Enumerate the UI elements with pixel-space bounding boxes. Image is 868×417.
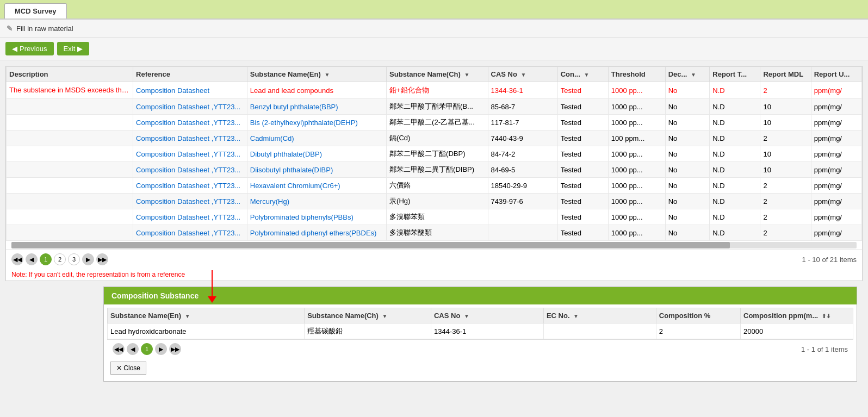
table-row: Composition Datasheet ,YTT23...: [133, 146, 247, 162]
page-last-button[interactable]: ▶▶: [96, 253, 108, 265]
table-row: 84-69-5: [488, 162, 557, 178]
table-row: 鄰苯二甲酸二丁酯(DBP): [387, 146, 488, 162]
ref-link[interactable]: Composition Datasheet: [136, 86, 209, 95]
page-3-button[interactable]: 3: [68, 253, 80, 265]
subname-en-link[interactable]: Benzyl butyl phthalate(BBP): [250, 103, 338, 111]
col-header-threshold: Threshold: [608, 67, 665, 82]
page-next-button[interactable]: ▶: [82, 253, 94, 265]
page-first-button[interactable]: ◀◀: [11, 253, 23, 265]
subname-en-link[interactable]: Diisobutyl phthalate(DIBP): [250, 166, 333, 174]
comp-filter-subname-ch[interactable]: ▼: [382, 313, 388, 319]
table-row: Polybrominated diphenyl ethers(PBDEs): [247, 225, 386, 241]
edit-icon: ✎: [7, 24, 13, 33]
table-row: Composition Datasheet ,YTT23...: [133, 178, 247, 194]
table-row: 1000 pp...: [608, 194, 665, 209]
col-header-report-mdl: Report MDL: [760, 67, 811, 82]
comp-col-cas: CAS No ▼: [431, 308, 543, 323]
subname-en-link[interactable]: Bis (2-ethylhexyl)phthalate(DEHP): [250, 119, 358, 127]
filter-icon-con[interactable]: ▼: [584, 72, 589, 78]
table-row: N.D: [710, 162, 760, 178]
col-header-report-u: Report U...: [811, 67, 861, 82]
table-row: 多溴聯苯類: [387, 209, 488, 225]
note-text: Note: If you can't edit, the representat…: [6, 269, 862, 281]
table-row: [7, 115, 133, 130]
table-row: 85-68-7: [488, 99, 557, 115]
subname-en-link[interactable]: Hexavalent Chromium(Cr6+): [250, 182, 340, 190]
comp-page-prev-button[interactable]: ◀: [127, 343, 139, 355]
comp-filter-cas[interactable]: ▼: [464, 313, 469, 319]
table-row: Tested: [557, 209, 608, 225]
table-row: Polybrominated biphenyls(PBBs): [247, 209, 386, 225]
table-row: 84-74-2: [488, 146, 557, 162]
table-row: 117-81-7: [488, 115, 557, 130]
ref-link[interactable]: Composition Datasheet ,YTT23...: [136, 166, 240, 174]
table-row: 鄰苯二甲酸丁酯苯甲酯(B...: [387, 99, 488, 115]
filter-icon-subname-ch[interactable]: ▼: [464, 72, 469, 78]
ref-link[interactable]: Composition Datasheet ,YTT23...: [136, 150, 240, 158]
comp-page-last-button[interactable]: ▶▶: [169, 343, 181, 355]
table-row: Lead and lead compounds: [247, 82, 386, 99]
table-row: 1344-36-1: [488, 82, 557, 99]
table-row: N.D: [710, 115, 760, 130]
table-row: 10: [760, 146, 811, 162]
table-row: ppm(mg/: [811, 209, 861, 225]
table-row: No: [665, 82, 710, 99]
subname-en-link[interactable]: Dibutyl phthalate(DBP): [250, 150, 322, 158]
close-button[interactable]: ✕ Close: [110, 362, 146, 375]
ref-link[interactable]: Composition Datasheet ,YTT23...: [136, 182, 240, 190]
table-row: [7, 99, 133, 115]
page-title: Fill in raw material: [16, 24, 73, 33]
subname-en-link[interactable]: Mercury(Hg): [250, 197, 289, 206]
comp-col-pct: Composition %: [656, 308, 740, 323]
table-row: N.D: [710, 99, 760, 115]
subname-en-link[interactable]: Cadmium(Cd): [250, 134, 294, 142]
ref-link[interactable]: Composition Datasheet ,YTT23...: [136, 119, 240, 127]
page-2-button[interactable]: 2: [54, 253, 66, 265]
table-row: No: [665, 209, 710, 225]
filter-icon-dec[interactable]: ▼: [691, 72, 696, 78]
comp-filter-ec[interactable]: ▼: [573, 313, 579, 319]
comp-page-next-button[interactable]: ▶: [155, 343, 167, 355]
table-row: 六價鉻: [387, 178, 488, 194]
prev-button[interactable]: ◀ Previous: [5, 42, 54, 55]
comp-page-1-button[interactable]: 1: [141, 343, 153, 355]
table-row: Composition Datasheet ,YTT23...: [133, 115, 247, 130]
filter-icon-cas[interactable]: ▼: [521, 72, 526, 78]
table-row: Tested: [557, 115, 608, 130]
table-row: Composition Datasheet ,YTT23...: [133, 225, 247, 241]
subname-en-link[interactable]: Polybrominated biphenyls(PBBs): [250, 213, 354, 221]
ref-link[interactable]: Composition Datasheet ,YTT23...: [136, 213, 240, 221]
ref-link[interactable]: Composition Datasheet ,YTT23...: [136, 134, 240, 142]
table-row: N.D: [710, 209, 760, 225]
table-row: Composition Datasheet ,YTT23...: [133, 99, 247, 115]
ref-link[interactable]: Composition Datasheet ,YTT23...: [136, 229, 240, 237]
comp-pagination: ◀◀ ◀ 1 ▶ ▶▶ 1 - 1 of 1 items: [107, 339, 853, 358]
ref-link[interactable]: Composition Datasheet ,YTT23...: [136, 197, 240, 206]
table-row: 10: [760, 162, 811, 178]
page-1-button[interactable]: 1: [40, 253, 52, 265]
comp-table: Substance Name(En) ▼ Substance Name(Ch) …: [107, 308, 853, 339]
h-scrollbar[interactable]: [11, 242, 857, 248]
table-row: 2: [760, 225, 811, 241]
table-row: 鄰苯二甲酸二(2-乙基己基...: [387, 115, 488, 130]
comp-col-subname-ch: Substance Name(Ch) ▼: [305, 308, 431, 323]
table-row: Tested: [557, 178, 608, 194]
table-row: N.D: [710, 194, 760, 209]
table-row: Bis (2-ethylhexyl)phthalate(DEHP): [247, 115, 386, 130]
table-row: [7, 209, 133, 225]
filter-icon-subname-en[interactable]: ▼: [324, 72, 330, 78]
table-row: 1000 pp...: [608, 115, 665, 130]
table-row: Tested: [557, 194, 608, 209]
table-row: Composition Datasheet ,YTT23...: [133, 130, 247, 146]
table-row: 18540-29-9: [488, 178, 557, 194]
page-prev-button[interactable]: ◀: [26, 253, 38, 265]
comp-filter-subname-en[interactable]: ▼: [185, 313, 190, 319]
subname-en-link[interactable]: Lead and lead compounds: [250, 86, 333, 95]
subname-en-link[interactable]: Polybrominated diphenyl ethers(PBDEs): [250, 229, 377, 237]
tab-mcd-survey[interactable]: MCD Survey: [4, 3, 67, 18]
table-row: 1000 pp...: [608, 225, 665, 241]
exit-button[interactable]: Exit ▶: [57, 42, 90, 55]
ref-link[interactable]: Composition Datasheet ,YTT23...: [136, 103, 240, 111]
comp-page-first-button[interactable]: ◀◀: [113, 343, 125, 355]
main-pagination: ◀◀ ◀ 1 2 3 ▶ ▶▶ 1 - 10 of 21 items: [6, 250, 862, 269]
